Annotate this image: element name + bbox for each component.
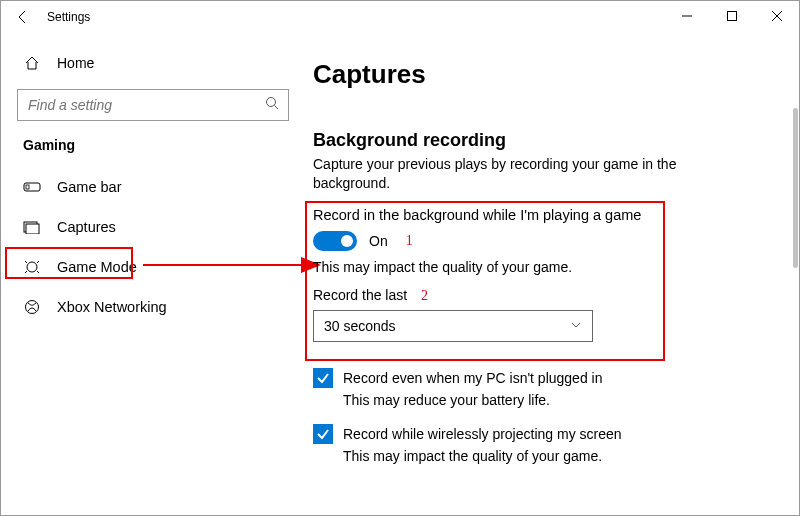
record-last-dropdown[interactable]: 30 seconds [313,310,593,342]
record-last-label: Record the last 2 [313,287,789,304]
svg-rect-1 [727,12,736,21]
dropdown-value: 30 seconds [324,318,396,334]
record-background-toggle[interactable] [313,231,357,251]
captures-icon [23,220,41,234]
game-mode-icon [23,259,41,275]
titlebar: Settings [1,1,799,33]
nav-captures[interactable]: Captures [17,207,301,247]
background-recording-heading: Background recording [313,130,789,151]
checkbox-record-wireless-hint: This may impact the quality of your game… [343,448,789,464]
nav-label: Captures [57,219,116,235]
sidebar-section-gaming: Gaming [23,137,301,153]
annotation-marker-2: 2 [421,288,428,303]
checkbox-record-unplugged[interactable] [313,368,333,388]
checkbox-record-unplugged-hint: This may reduce your battery life. [343,392,789,408]
nav-label: Game Mode [57,259,137,275]
annotation-marker-1: 1 [406,233,413,249]
close-button[interactable] [754,1,799,31]
checkbox-record-wireless[interactable] [313,424,333,444]
search-icon [264,95,280,115]
content-pane: Captures Background recording Capture yo… [301,33,799,515]
nav-game-bar[interactable]: Game bar [17,167,301,207]
svg-rect-5 [26,185,29,189]
svg-point-9 [26,301,39,314]
xbox-icon [23,299,41,315]
nav-label: Xbox Networking [57,299,167,315]
checkbox-record-wireless-label: Record while wirelessly projecting my sc… [343,426,622,442]
checkbox-record-unplugged-label: Record even when my PC isn't plugged in [343,370,602,386]
scrollbar-thumb[interactable] [793,108,798,268]
minimize-button[interactable] [664,1,709,31]
background-recording-desc: Capture your previous plays by recording… [313,155,713,193]
settings-window: Settings Home [0,0,800,516]
svg-point-2 [267,98,276,107]
search-box[interactable] [17,89,289,121]
toggle-knob [341,235,353,247]
game-bar-icon [23,180,41,194]
svg-line-3 [275,106,279,110]
nav-home[interactable]: Home [17,45,301,81]
nav-game-mode[interactable]: Game Mode [17,247,301,287]
home-icon [23,55,41,71]
page-title: Captures [313,59,789,90]
sidebar: Home Gaming Game bar Captures [1,33,301,515]
nav-label: Game bar [57,179,121,195]
search-input[interactable] [26,96,226,114]
chevron-down-icon [570,318,582,334]
svg-rect-7 [26,224,39,234]
maximize-button[interactable] [709,1,754,31]
record-background-label: Record in the background while I'm playi… [313,207,789,223]
toggle-hint: This may impact the quality of your game… [313,259,789,275]
window-title: Settings [47,10,90,24]
nav-xbox-networking[interactable]: Xbox Networking [17,287,301,327]
toggle-state-label: On [369,233,388,249]
back-button[interactable] [9,3,37,31]
svg-point-8 [27,262,37,272]
nav-home-label: Home [57,55,94,71]
window-controls [664,1,799,31]
